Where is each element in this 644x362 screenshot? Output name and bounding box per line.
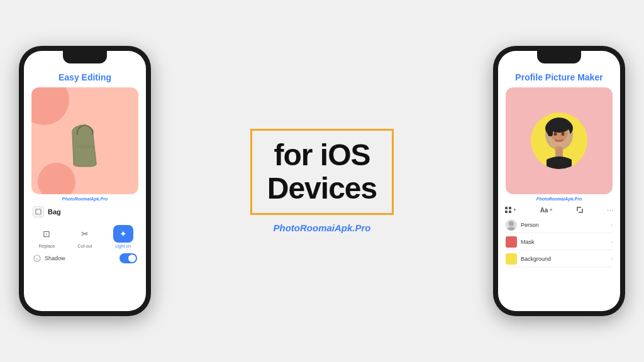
svg-point-9	[554, 132, 557, 136]
layers-list: Person › Mask › Background ›	[498, 216, 620, 268]
main-layout: Easy Editing PhotoRoomaiApk.Pro	[0, 46, 644, 316]
crop-icon	[576, 206, 584, 214]
replace-label: Replace	[38, 244, 55, 248]
shadow-row: Shadow	[24, 250, 146, 267]
bag-image	[60, 112, 110, 169]
grid-icon	[504, 206, 512, 214]
layer-person-thumb	[506, 219, 517, 231]
layer-bg-chevron: ›	[611, 256, 613, 262]
lighton-tool[interactable]: ✦ Light on	[113, 225, 133, 248]
svg-rect-1	[36, 209, 41, 214]
left-phone-screen: Easy Editing PhotoRoomaiApk.Pro	[24, 51, 146, 311]
main-text-box: for iOS Devices	[250, 129, 394, 215]
item-label-text: Bag	[48, 208, 61, 216]
right-phone: Profile Picture Maker	[493, 46, 625, 316]
right-watermark: PhotoRoomaiApk.Pro	[498, 197, 620, 201]
phone-notch-left	[63, 51, 107, 63]
svg-point-10	[562, 132, 565, 136]
left-phone-title: Easy Editing	[24, 69, 146, 87]
shadow-label: Shadow	[45, 255, 65, 261]
svg-rect-16	[509, 211, 511, 213]
grid-icon-group[interactable]: +	[504, 206, 516, 214]
svg-rect-14	[509, 207, 511, 209]
left-watermark: PhotoRoomaiApk.Pro	[24, 197, 146, 201]
layer-mask[interactable]: Mask ›	[506, 234, 613, 250]
layer-person-chevron: ›	[611, 222, 613, 228]
replace-icon: ⊡	[36, 225, 57, 243]
main-text-line1: for iOS	[267, 140, 377, 171]
layer-bg-thumb	[506, 253, 517, 265]
svg-rect-13	[505, 207, 508, 209]
more-icon[interactable]: ···	[607, 207, 614, 213]
svg-point-0	[75, 145, 94, 148]
person-image	[534, 112, 584, 169]
center-watermark: PhotoRoomaiApk.Pro	[273, 222, 370, 233]
right-image-area	[506, 87, 613, 194]
replace-tool[interactable]: ⊡ Replace	[36, 225, 57, 248]
layer-mask-chevron: ›	[611, 239, 613, 245]
right-phone-screen: Profile Picture Maker	[498, 51, 620, 311]
item-label-row: Bag	[24, 204, 146, 220]
profile-circle	[531, 112, 587, 169]
layer-background[interactable]: Background ›	[506, 251, 613, 267]
main-text-line2: Devices	[267, 173, 377, 204]
right-phone-title: Profile Picture Maker	[498, 69, 620, 87]
ellipsis-label: ···	[607, 207, 614, 213]
left-image-area	[31, 87, 138, 194]
left-phone: Easy Editing PhotoRoomaiApk.Pro	[19, 46, 151, 316]
aa-label: Aa	[540, 207, 548, 214]
cutout-icon: ✂	[75, 225, 95, 243]
shadow-toggle[interactable]	[119, 253, 137, 263]
add-label: +	[513, 207, 516, 213]
cutout-tool[interactable]: ✂ Cut-out	[75, 225, 95, 248]
layer-person-label: Person	[521, 222, 539, 228]
phone-notch-right	[537, 51, 581, 63]
svg-rect-15	[505, 211, 508, 213]
layer-mask-label: Mask	[521, 239, 535, 245]
text-icon-group[interactable]: Aa +	[540, 207, 553, 214]
text-plus: +	[549, 207, 552, 213]
lighton-icon: ✦	[113, 225, 133, 243]
svg-point-17	[509, 221, 514, 226]
layer-bg-label: Background	[521, 256, 551, 262]
item-label-icon	[33, 206, 44, 217]
cutout-label: Cut-out	[78, 244, 92, 248]
layer-mask-thumb	[506, 236, 517, 248]
right-toolbar: + Aa + ···	[498, 204, 620, 216]
layer-person[interactable]: Person ›	[506, 217, 613, 233]
center-area: for iOS Devices PhotoRoomaiApk.Pro	[151, 129, 493, 233]
toolbar-icons: ⊡ Replace ✂ Cut-out ✦ Light on	[24, 220, 146, 250]
svg-point-12	[558, 154, 560, 156]
svg-rect-8	[548, 125, 553, 136]
shadow-icon	[33, 254, 42, 263]
crop-icon-group[interactable]	[576, 206, 584, 214]
lighton-label: Light on	[115, 244, 131, 248]
svg-point-18	[508, 227, 515, 231]
